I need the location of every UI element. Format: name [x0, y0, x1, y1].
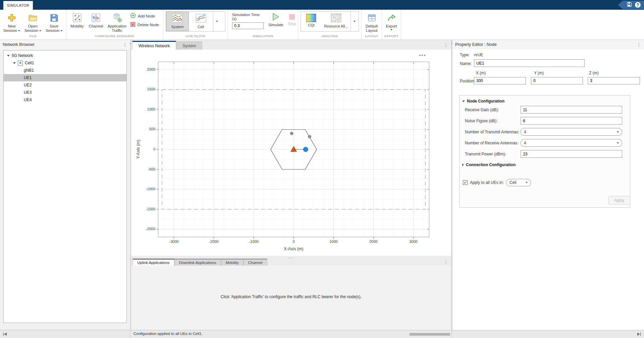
property-editor-header: Property Editor : Node ⋮: [452, 40, 644, 49]
open-session-label: Open Session: [22, 24, 44, 33]
application-traffic-button[interactable]: Application Traffic: [105, 10, 129, 34]
help-icon[interactable]: ?: [635, 2, 641, 8]
network-browser-panel: Network Browser ⋮ 5G Network ★ Cell1 gNB…: [0, 40, 130, 330]
export-icon: [387, 12, 396, 23]
open-session-icon: [28, 12, 38, 23]
y-tick-label: -2000: [132, 227, 155, 231]
position-x-input[interactable]: [474, 77, 526, 84]
expand-arrow-icon[interactable]: [462, 163, 464, 166]
tree-item-network[interactable]: 5G Network: [4, 52, 126, 59]
tab-wireless-network[interactable]: Wireless Network: [132, 41, 176, 50]
apply-all-checkbox[interactable]: ✓: [463, 180, 468, 185]
y-tick-label: 1500: [132, 87, 155, 91]
tab-system[interactable]: System: [176, 42, 202, 50]
receive-gain-input[interactable]: [521, 106, 622, 114]
tree-item-ue1[interactable]: UE1: [4, 74, 126, 81]
section-label-live-plots: LIVE PLOTS: [163, 34, 228, 40]
selected-ue-marker[interactable]: [303, 147, 308, 152]
tab-simulator[interactable]: SIMULATOR: [3, 1, 33, 10]
cell-plot-button[interactable]: Cell: [189, 12, 213, 31]
x-axis-title: X-Axis (m): [158, 247, 429, 251]
tree-item-ue4[interactable]: UE4: [4, 96, 126, 104]
system-plot-button[interactable]: System: [166, 12, 189, 31]
save-session-label: Save Session: [44, 24, 64, 33]
new-session-icon: [7, 12, 16, 23]
resource-allocation-button[interactable]: Resource All...: [322, 12, 350, 31]
tree-item-gnb[interactable]: gNB1: [4, 67, 126, 74]
default-layout-button[interactable]: Default Layout: [362, 10, 381, 34]
dropdown-arrow-icon: [354, 21, 356, 22]
horizontal-scrollbar-thumb[interactable]: [410, 333, 450, 336]
name-input[interactable]: [474, 59, 585, 67]
simulation-time-label: Simulation Time (s): [232, 13, 264, 21]
simulate-button[interactable]: Simulate: [264, 10, 286, 34]
tab-bar-menu-icon[interactable]: ⋮: [444, 43, 448, 48]
transmit-antennas-label: Number of Transmit Antennas:: [465, 130, 519, 134]
tree-item-ue3[interactable]: UE3: [4, 89, 126, 96]
noise-figure-input[interactable]: [521, 117, 622, 125]
transmit-antennas-select[interactable]: 4: [521, 128, 622, 136]
tree-item-ue2[interactable]: UE2: [4, 81, 126, 89]
y-tick-label: -1000: [132, 187, 155, 191]
mobility-button[interactable]: Mobility: [68, 10, 87, 34]
collapse-arrow-icon[interactable]: [462, 100, 465, 102]
application-traffic-icon: [112, 12, 122, 23]
cqi-grid-icon: [306, 14, 316, 22]
panel-menu-icon[interactable]: ⋮: [123, 42, 127, 47]
ribbon-section-file: New Session Open Session Save Session FI…: [0, 10, 66, 40]
tab-channel[interactable]: Channel: [244, 259, 267, 266]
apply-scope-select[interactable]: Cell: [506, 179, 531, 186]
cell-star-icon: ★: [18, 61, 23, 66]
transmit-power-input[interactable]: [521, 150, 622, 158]
delete-node-label: Delete Node: [138, 23, 159, 27]
receive-antennas-select[interactable]: 4: [521, 139, 622, 147]
collapse-arrow-icon[interactable]: [13, 62, 16, 64]
network-topology-plot[interactable]: [158, 62, 429, 237]
scroll-to-end-icon[interactable]: [637, 332, 641, 337]
network-tree: 5G Network ★ Cell1 gNB1 UE1 UE2 UE3 UE4: [3, 50, 127, 323]
dropdown-arrow-icon: [617, 131, 619, 133]
node-configuration-section[interactable]: Node Configuration: [462, 99, 504, 104]
analysis-gallery-expand-button[interactable]: [351, 12, 358, 31]
bottom-tab-menu-icon[interactable]: ⋮: [444, 259, 448, 264]
open-session-button[interactable]: Open Session: [22, 10, 44, 34]
save-icon[interactable]: [627, 2, 632, 8]
save-session-button[interactable]: Save Session: [44, 10, 64, 34]
dropdown-arrow-icon: [39, 30, 41, 31]
y-tick-label: 1000: [132, 107, 155, 111]
figure-options-icon[interactable]: •••: [419, 52, 426, 58]
tab-uplink-applications[interactable]: Uplink Applications: [132, 259, 174, 266]
tree-item-cell[interactable]: ★ Cell1: [4, 59, 126, 67]
ribbon-section-live-plots: System Cell LIVE PLOTS: [163, 10, 228, 40]
tab-downlink-applications[interactable]: Downlink Applications: [174, 259, 221, 266]
name-label: Name:: [460, 61, 472, 66]
position-y-input[interactable]: [531, 77, 583, 84]
tree-item-label: UE2: [24, 83, 32, 87]
cqi-label: CQI: [308, 23, 315, 27]
position-z-input[interactable]: [588, 77, 640, 84]
tree-item-label: gNB1: [24, 68, 34, 73]
checkmark-icon: ✓: [464, 181, 467, 185]
horizontal-splitter[interactable]: ••••: [131, 256, 451, 258]
new-session-button[interactable]: New Session: [1, 10, 22, 34]
application-traffic-label: Application Traffic: [106, 24, 128, 33]
tab-mobility[interactable]: Mobility: [221, 259, 244, 266]
tree-item-label: UE1: [24, 75, 32, 80]
collapse-arrow-icon[interactable]: [7, 55, 10, 57]
simulation-time-input[interactable]: [232, 22, 264, 29]
resource-allocation-label: Resource All...: [324, 24, 348, 28]
live-plots-gallery-expand-button[interactable]: [213, 12, 220, 31]
cqi-button[interactable]: CQI: [301, 12, 321, 31]
tree-item-label: 5G Network: [12, 53, 33, 58]
export-button[interactable]: Export: [383, 10, 400, 34]
add-node-button[interactable]: Add Node: [130, 13, 159, 19]
channel-button[interactable]: Channel: [87, 10, 105, 34]
panel-menu-icon[interactable]: ⋮: [637, 42, 641, 47]
delete-node-button[interactable]: Delete Node: [130, 22, 159, 28]
scroll-to-start-icon[interactable]: [3, 332, 7, 337]
position-x-header: X (m): [476, 71, 486, 75]
y-tick-label: 2000: [132, 67, 155, 71]
center-panel: Wireless Network System ⋮ ••• Y-Axis (m)…: [131, 40, 451, 330]
resource-allocation-icon: [331, 14, 341, 23]
connection-configuration-section[interactable]: Connection Configuration: [462, 162, 516, 167]
